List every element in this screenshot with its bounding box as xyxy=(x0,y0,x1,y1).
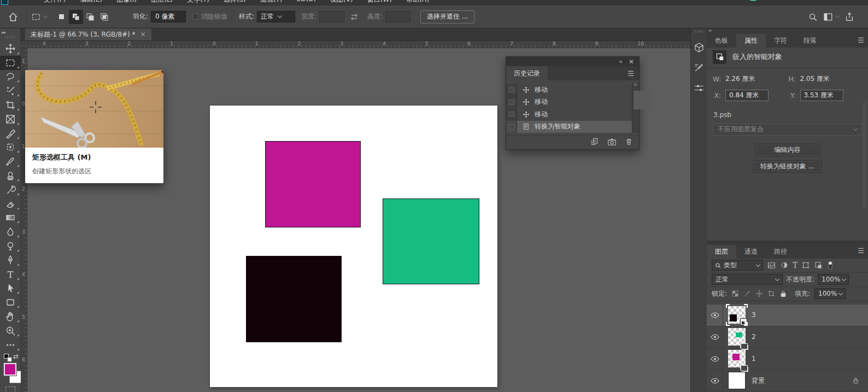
menu-item-5[interactable]: 选择(S) xyxy=(224,0,246,4)
frame-tool[interactable] xyxy=(0,112,21,126)
new-snapshot-button[interactable] xyxy=(607,138,617,148)
lasso-tool[interactable] xyxy=(0,70,21,84)
intersect-selection-button[interactable] xyxy=(97,10,112,24)
layer-visibility-toggle[interactable] xyxy=(707,348,723,370)
panel-grip[interactable] xyxy=(695,31,703,33)
filter-shape-layers-button[interactable] xyxy=(801,261,810,270)
history-source-checkbox[interactable] xyxy=(506,108,517,121)
tab-history[interactable]: 历史记录 xyxy=(506,66,548,80)
new-selection-button[interactable] xyxy=(55,10,69,24)
history-source-checkbox[interactable] xyxy=(506,96,517,109)
path-selection-tool[interactable] xyxy=(0,282,21,296)
history-source-checkbox[interactable] xyxy=(506,121,517,133)
layer-thumbnail[interactable] xyxy=(728,350,746,367)
swap-dimensions-button[interactable] xyxy=(350,5,359,28)
collapse-toolbar-button[interactable]: ▸▸ xyxy=(2,30,5,35)
zoom-tool[interactable] xyxy=(0,324,21,338)
3d-panel-button[interactable] xyxy=(694,42,705,53)
anti-alias-checkbox[interactable] xyxy=(192,14,198,20)
magenta-square[interactable] xyxy=(265,141,361,227)
history-state-3[interactable]: 转换为智能对象 xyxy=(506,121,639,133)
height-input[interactable] xyxy=(385,11,410,22)
style-dropdown[interactable]: 正常 xyxy=(257,11,295,22)
menu-item-0[interactable]: 文件(F) xyxy=(44,0,66,4)
close-icon[interactable]: ✕ xyxy=(629,58,634,66)
collapse-panel-icon[interactable]: « xyxy=(619,58,623,65)
eyedropper-tool[interactable] xyxy=(0,126,21,141)
crop-tool[interactable] xyxy=(0,98,21,112)
layer-visibility-toggle[interactable] xyxy=(707,305,723,326)
close-icon[interactable]: ✕ xyxy=(140,31,146,38)
menu-item-1[interactable]: 编辑(E) xyxy=(80,0,102,4)
history-state-0[interactable]: 移动 xyxy=(506,84,639,96)
panel-menu-icon[interactable]: ☰ xyxy=(858,247,864,255)
history-brush-tool[interactable] xyxy=(0,183,21,197)
lock-artboard-button[interactable] xyxy=(767,290,775,297)
layer-name[interactable]: 2 xyxy=(752,333,756,341)
quick-mask-button[interactable] xyxy=(5,387,15,392)
dodge-tool[interactable] xyxy=(0,239,21,253)
tool-preset-picker[interactable] xyxy=(31,5,47,28)
menu-item-10[interactable]: 帮助(H) xyxy=(406,0,429,4)
green-square[interactable] xyxy=(383,198,479,284)
lock-pixels-button[interactable] xyxy=(743,290,751,297)
menu-item-2[interactable]: 图像(I) xyxy=(116,0,137,4)
feather-input[interactable]: 0 像素 xyxy=(151,11,186,22)
type-tool[interactable]: T xyxy=(0,267,21,282)
x-input[interactable]: 0.84 厘米 xyxy=(725,90,769,101)
foreground-color-swatch[interactable] xyxy=(4,363,16,376)
properties-scrollbar[interactable] xyxy=(863,102,866,209)
menu-item-7[interactable]: 3D(D) xyxy=(297,0,316,4)
home-button[interactable] xyxy=(8,5,19,28)
subtract-from-selection-button[interactable] xyxy=(83,10,97,24)
new-document-from-state-button[interactable] xyxy=(590,137,599,148)
menu-item-9[interactable]: 窗口(W) xyxy=(367,0,392,4)
filter-pixel-layers-button[interactable] xyxy=(767,261,776,270)
layer-name[interactable]: 背景 xyxy=(752,376,765,385)
tab-channels[interactable]: 通道 xyxy=(736,245,766,259)
layer-filter-dropdown[interactable]: 类型 xyxy=(712,260,763,271)
search-button[interactable] xyxy=(808,5,818,28)
rectangular-marquee-tool[interactable] xyxy=(0,56,21,70)
magic-wand-tool[interactable] xyxy=(0,84,21,98)
move-tool[interactable] xyxy=(0,42,21,56)
dark-square[interactable] xyxy=(246,256,342,342)
convert-to-linked-button[interactable]: 转换为链接对象 ... xyxy=(753,160,822,173)
add-to-selection-button[interactable] xyxy=(69,10,83,24)
hand-tool[interactable] xyxy=(0,309,21,324)
history-source-checkbox[interactable] xyxy=(506,84,517,96)
width-input[interactable] xyxy=(319,11,344,22)
tab-paragraph[interactable]: 段落 xyxy=(795,34,825,48)
brush-tool[interactable] xyxy=(0,154,21,168)
rectangle-tool[interactable] xyxy=(0,295,21,309)
history-state-2[interactable]: 移动 xyxy=(506,108,639,121)
menu-item-4[interactable]: 文字(Y) xyxy=(187,0,209,4)
layer-comp-dropdown[interactable]: 不应用图层复合 xyxy=(713,124,862,136)
blur-tool[interactable] xyxy=(0,225,21,239)
filter-toggle-switch[interactable] xyxy=(826,260,834,270)
canvas[interactable]: 10123456 xyxy=(21,48,690,392)
layer-row-2[interactable]: 2 xyxy=(707,326,868,348)
tab-character[interactable]: 字符 xyxy=(766,34,795,48)
menu-item-8[interactable]: 视图(V) xyxy=(330,0,353,4)
brush-settings-panel-button[interactable] xyxy=(694,62,705,73)
layer-thumbnail[interactable] xyxy=(728,328,746,346)
tab-swatches[interactable]: 色板 xyxy=(707,34,736,48)
layer-row-背景[interactable]: 背景 xyxy=(707,370,868,392)
layer-row-3[interactable]: 3 xyxy=(707,305,868,326)
share-button[interactable] xyxy=(844,5,854,28)
panel-menu-icon[interactable]: ☰ xyxy=(858,36,864,44)
eraser-tool[interactable] xyxy=(0,197,21,211)
fill-dropdown[interactable]: 100% xyxy=(814,288,846,299)
toolbar-grip[interactable] xyxy=(5,36,16,38)
tab-paths[interactable]: 路径 xyxy=(766,245,795,259)
history-scrollbar[interactable] xyxy=(632,84,639,133)
clone-stamp-tool[interactable] xyxy=(0,168,21,183)
filter-adjustment-layers-button[interactable] xyxy=(780,261,789,270)
layer-thumbnail[interactable] xyxy=(728,372,746,389)
layer-visibility-toggle[interactable] xyxy=(707,326,723,348)
edit-content-button[interactable]: 编辑内容 xyxy=(755,144,820,156)
filter-type-layers-button[interactable]: T xyxy=(793,261,797,270)
document-canvas[interactable] xyxy=(210,106,497,387)
document-tab[interactable]: 未标题-1 @ 66.7% (3, RGB/8#) * ✕ xyxy=(25,28,151,40)
